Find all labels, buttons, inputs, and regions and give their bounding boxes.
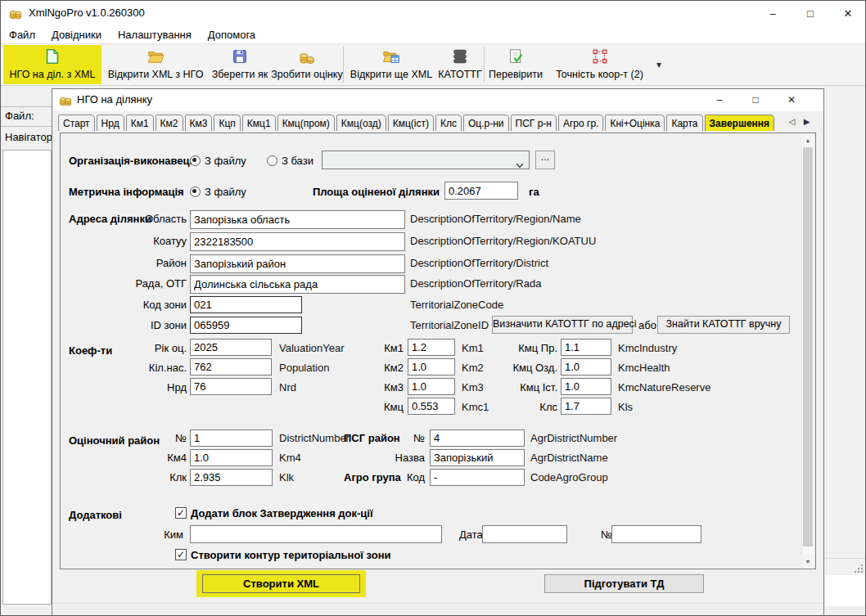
population-input[interactable] bbox=[190, 358, 272, 375]
katottg-by-address-button[interactable]: Визначити КАТОТТГ по адресі bbox=[492, 316, 633, 334]
toolbar-save-as-button[interactable]: Зберегти як bbox=[207, 45, 273, 84]
klk-input[interactable] bbox=[190, 469, 273, 486]
menu-settings[interactable]: Налаштування bbox=[118, 29, 192, 41]
org-combobox[interactable] bbox=[322, 151, 530, 169]
prepare-td-button[interactable]: Підготувати ТД bbox=[544, 574, 704, 593]
toolbar-open-xml-button[interactable]: Відкрити XML з НГО bbox=[105, 45, 206, 84]
valuation-year-input[interactable] bbox=[190, 339, 272, 356]
tab-agro-gr[interactable]: Агро гр. bbox=[558, 115, 603, 131]
kmc-input[interactable] bbox=[408, 398, 455, 415]
nrd-input[interactable] bbox=[190, 378, 272, 395]
scrollbar-thumb[interactable] bbox=[803, 147, 813, 546]
koatuu-xpath: DescriptionOfTerritory/Region/KOATUU bbox=[410, 235, 596, 248]
area-input[interactable] bbox=[444, 182, 518, 200]
contour-checkbox-label[interactable]: Створити контур територіальної зони bbox=[191, 549, 391, 562]
menu-directories[interactable]: Довідники bbox=[52, 29, 101, 41]
tab-km3[interactable]: Км3 bbox=[185, 115, 213, 131]
dialog-close-button[interactable]: ✕ bbox=[774, 89, 810, 110]
koatuu-input[interactable] bbox=[190, 232, 405, 251]
number-input[interactable] bbox=[611, 525, 701, 543]
km3-label: Км3 bbox=[354, 381, 404, 394]
dialog-maximize-button[interactable]: □ bbox=[737, 89, 774, 110]
tab-nrd[interactable]: Нрд bbox=[97, 115, 124, 131]
zone-id-input[interactable] bbox=[190, 317, 302, 334]
tab-kni-ocinka[interactable]: Кні+Оцінка bbox=[605, 115, 665, 131]
tab-kmc-ozd[interactable]: Кмц(озд) bbox=[336, 115, 386, 131]
toolbar-katottg-button[interactable]: КАТОТТГ bbox=[440, 45, 480, 84]
kls-xpath: Kls bbox=[618, 401, 633, 414]
toolbar-button-label: Відкрити ще XML bbox=[350, 69, 432, 80]
km2-input[interactable] bbox=[408, 358, 455, 375]
org-from-file-label: З файлу bbox=[205, 155, 246, 168]
oblast-input[interactable] bbox=[190, 210, 405, 229]
agro-code-input[interactable] bbox=[430, 469, 525, 486]
rayon-label: Район bbox=[105, 257, 187, 270]
tab-kmc-prom[interactable]: Кмц(пром) bbox=[277, 115, 335, 131]
kmc-health-input[interactable] bbox=[561, 358, 611, 375]
km3-input[interactable] bbox=[408, 378, 455, 395]
toolbar-coord-precision-button[interactable]: Точність коор-т (2) bbox=[548, 45, 652, 84]
toolbar-open-more-xml-button[interactable]: Відкрити ще XML bbox=[346, 45, 436, 84]
tab-kmc-ist[interactable]: Кмц(іст) bbox=[388, 115, 434, 131]
zone-code-input[interactable] bbox=[190, 296, 302, 313]
toolbar-ngo-from-xml-button[interactable]: НГО на діл. з XML bbox=[3, 45, 101, 84]
main-minimize-button[interactable]: – bbox=[754, 1, 792, 25]
org-from-base-radio[interactable] bbox=[267, 155, 277, 166]
kls-input[interactable] bbox=[561, 398, 611, 415]
km4-input[interactable] bbox=[190, 449, 273, 466]
contour-checkbox[interactable]: ✓ bbox=[175, 549, 187, 560]
scroll-down-icon[interactable]: ▼ bbox=[801, 555, 814, 568]
rayon-input[interactable] bbox=[190, 254, 405, 273]
tab-kls[interactable]: Клс bbox=[435, 115, 462, 131]
tab-km2[interactable]: Км2 bbox=[156, 115, 183, 131]
rada-input[interactable] bbox=[190, 275, 405, 294]
create-xml-button[interactable]: Створити XML bbox=[202, 574, 360, 593]
approve-checkbox[interactable]: ✓ bbox=[175, 507, 187, 519]
scroll-up-icon[interactable]: ▲ bbox=[801, 133, 814, 146]
tab-karta[interactable]: Карта bbox=[666, 115, 702, 131]
dialog-minimize-button[interactable]: – bbox=[701, 89, 737, 110]
km1-input[interactable] bbox=[408, 339, 455, 356]
tab-zavershennya[interactable]: Завершення bbox=[705, 115, 775, 131]
create-xml-button-label: Створити XML bbox=[243, 578, 319, 590]
tab-scroll-right-icon[interactable]: ▶ bbox=[800, 113, 814, 129]
tab-scroll-left-icon[interactable]: ◁ bbox=[785, 113, 799, 129]
file-row-label: Файл: bbox=[5, 110, 34, 123]
main-close-button[interactable]: ✕ bbox=[829, 1, 866, 25]
kmc-industry-label: Кмц Пр. bbox=[490, 342, 557, 355]
open-extra-xml-icon bbox=[382, 47, 400, 68]
area-label: Площа оціненої ділянки bbox=[309, 186, 440, 199]
toolbar-overflow-caret-icon[interactable]: ▾ bbox=[656, 58, 661, 71]
kmc-nature-input[interactable] bbox=[561, 378, 611, 395]
psg-name-input[interactable] bbox=[430, 449, 525, 466]
statusbar-line bbox=[824, 558, 866, 559]
toolbar-verify-button[interactable]: Перевірити bbox=[487, 45, 544, 84]
psg-number-input[interactable] bbox=[430, 429, 525, 447]
tab-km1[interactable]: Км1 bbox=[126, 115, 154, 131]
combo-chevron-icon bbox=[516, 157, 524, 172]
main-maximize-button[interactable]: □ bbox=[792, 1, 829, 25]
by-whom-input[interactable] bbox=[190, 525, 442, 543]
tab-oc-r-ny[interactable]: Оц.р-ни bbox=[463, 115, 509, 131]
tab-psg-r-n[interactable]: ПСГ р-н bbox=[511, 115, 557, 131]
approve-checkbox-label[interactable]: Додати блок Затвердження док-ції bbox=[191, 507, 373, 520]
district-number-input[interactable] bbox=[190, 429, 273, 447]
katottg-manual-button[interactable]: Знайти КАТОТТГ вручну bbox=[657, 316, 790, 334]
org-more-button[interactable]: ... bbox=[535, 151, 555, 169]
menu-file[interactable]: Файл bbox=[9, 29, 35, 41]
tab-start[interactable]: Старт bbox=[58, 115, 95, 131]
kmc-industry-input[interactable] bbox=[561, 339, 611, 356]
metric-from-file-label: З файлу bbox=[205, 186, 246, 199]
toolbar-button-label: НГО на діл. з XML bbox=[10, 69, 96, 80]
org-from-file-radio[interactable] bbox=[190, 155, 201, 166]
toolbar-make-valuation-button[interactable]: Зробити оцінку bbox=[274, 45, 340, 84]
menu-help[interactable]: Допомога bbox=[208, 29, 255, 41]
tab-kmc1[interactable]: Кмц1 bbox=[242, 115, 276, 131]
navigator-label: Навігатор bbox=[5, 131, 52, 144]
number-label: № bbox=[601, 528, 612, 542]
toolbar-button-label: Перевірити bbox=[489, 69, 543, 80]
tab-kcp[interactable]: Кцп bbox=[214, 115, 240, 131]
date-input[interactable] bbox=[482, 525, 567, 543]
toolbar-button-label: Точність коор-т (2) bbox=[556, 69, 643, 80]
metric-from-file-radio[interactable] bbox=[190, 187, 201, 197]
